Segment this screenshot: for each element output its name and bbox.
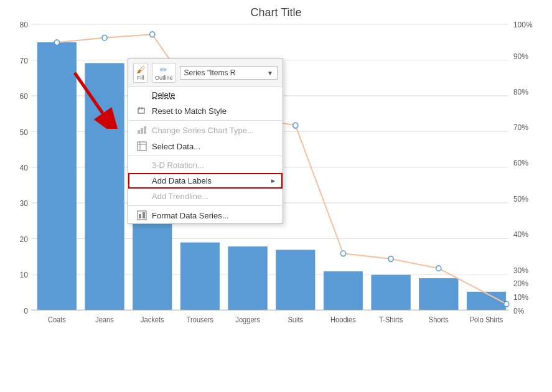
dropdown-arrow-icon: ▼ bbox=[267, 70, 273, 77]
svg-text:Polo Shirts: Polo Shirts bbox=[470, 315, 503, 323]
menu-item-add-data-labels[interactable]: Add Data Labels ► bbox=[128, 173, 283, 189]
svg-text:50%: 50% bbox=[513, 195, 528, 203]
fill-button[interactable]: 🖌 Fill bbox=[133, 63, 148, 83]
svg-text:Shorts: Shorts bbox=[429, 315, 449, 323]
svg-rect-48 bbox=[138, 142, 146, 151]
svg-text:Jeans: Jeans bbox=[95, 315, 114, 323]
pareto-dot-hoodies bbox=[340, 251, 345, 256]
pareto-dot-jeans bbox=[102, 35, 107, 40]
change-series-label: Change Series Chart Type... bbox=[152, 126, 254, 135]
pareto-dot-coats bbox=[54, 40, 59, 45]
svg-text:10%: 10% bbox=[513, 293, 528, 302]
svg-text:40%: 40% bbox=[513, 230, 528, 239]
svg-text:30: 30 bbox=[19, 199, 27, 208]
chart-container: Chart Title bbox=[0, 0, 552, 392]
pareto-dot-suits bbox=[293, 123, 298, 128]
bar-coats[interactable] bbox=[37, 42, 77, 310]
bar-tshirts[interactable] bbox=[372, 275, 411, 310]
separator-3 bbox=[128, 205, 283, 206]
outline-button[interactable]: ✏ Outline bbox=[152, 63, 176, 83]
svg-text:0%: 0% bbox=[513, 306, 524, 315]
svg-text:70: 70 bbox=[19, 56, 27, 65]
context-menu: 🖌 Fill ✏ Outline Series "Items R ▼ Delet… bbox=[128, 58, 283, 224]
bar-jeans[interactable] bbox=[85, 63, 124, 310]
menu-item-reset[interactable]: Reset to Match Style bbox=[128, 103, 283, 119]
add-data-labels-label: Add Data Labels bbox=[152, 176, 212, 185]
chart-area: 80 70 60 50 40 30 20 10 0 100% 90% 80% 7… bbox=[31, 24, 521, 348]
svg-text:Joggers: Joggers bbox=[235, 315, 260, 323]
add-trendline-label: Add Trendline... bbox=[152, 192, 208, 201]
svg-text:80: 80 bbox=[19, 21, 27, 29]
svg-text:20: 20 bbox=[19, 235, 27, 244]
menu-item-add-trendline[interactable]: Add Trendline... bbox=[128, 189, 283, 204]
outline-icon: ✏ bbox=[160, 65, 167, 75]
rotation-label: 3-D Rotation... bbox=[152, 161, 204, 170]
svg-text:Trousers: Trousers bbox=[187, 315, 214, 323]
svg-text:40: 40 bbox=[19, 164, 27, 172]
menu-item-change-series[interactable]: Change Series Chart Type... bbox=[128, 122, 283, 138]
pareto-dot-tshirts bbox=[388, 256, 393, 262]
svg-text:20%: 20% bbox=[513, 279, 528, 288]
svg-text:T-Shirts: T-Shirts bbox=[379, 315, 403, 323]
menu-item-select-data[interactable]: Select Data... bbox=[128, 138, 283, 154]
svg-rect-47 bbox=[144, 126, 146, 134]
svg-text:60%: 60% bbox=[513, 159, 528, 167]
toolbar-row: 🖌 Fill ✏ Outline Series "Items R ▼ bbox=[128, 59, 283, 87]
svg-text:30%: 30% bbox=[513, 266, 528, 274]
format-data-series-icon bbox=[136, 210, 148, 220]
bar-hoodies[interactable] bbox=[324, 272, 363, 310]
submenu-arrow-icon: ► bbox=[270, 177, 276, 184]
chart-title: Chart Title bbox=[31, 6, 521, 19]
reset-label: Reset to Match Style bbox=[152, 106, 227, 116]
select-data-label: Select Data... bbox=[152, 142, 200, 151]
fill-label: Fill bbox=[137, 75, 144, 81]
delete-label: Delete bbox=[152, 90, 175, 100]
pareto-dot-shorts bbox=[436, 266, 441, 271]
fill-icon: 🖌 bbox=[136, 65, 145, 75]
svg-text:50: 50 bbox=[19, 128, 27, 136]
svg-text:90%: 90% bbox=[513, 52, 528, 61]
pareto-dot-polo bbox=[504, 301, 509, 307]
svg-text:Suits: Suits bbox=[288, 315, 303, 323]
svg-rect-46 bbox=[141, 128, 143, 134]
svg-text:10: 10 bbox=[19, 271, 27, 279]
pareto-dot-jackets bbox=[150, 32, 155, 37]
bar-trousers[interactable] bbox=[180, 243, 220, 310]
separator-2 bbox=[128, 156, 283, 156]
svg-text:0: 0 bbox=[24, 306, 28, 315]
separator-1 bbox=[128, 120, 283, 121]
svg-text:60: 60 bbox=[19, 92, 27, 101]
bar-suits[interactable] bbox=[276, 250, 316, 310]
svg-text:70%: 70% bbox=[513, 123, 528, 132]
series-dropdown-label: Series "Items R bbox=[184, 68, 236, 77]
reset-icon bbox=[136, 106, 148, 116]
svg-rect-45 bbox=[138, 130, 140, 134]
menu-item-rotation[interactable]: 3-D Rotation... bbox=[128, 157, 283, 173]
outline-label: Outline bbox=[155, 75, 173, 81]
change-series-icon bbox=[136, 125, 148, 135]
svg-rect-52 bbox=[139, 214, 141, 218]
svg-text:100%: 100% bbox=[513, 21, 533, 29]
format-data-series-label: Format Data Series... bbox=[152, 211, 229, 220]
bar-shorts[interactable] bbox=[419, 278, 459, 310]
svg-text:Jackets: Jackets bbox=[141, 315, 164, 323]
menu-item-delete[interactable]: Delete bbox=[128, 87, 283, 103]
series-dropdown[interactable]: Series "Items R ▼ bbox=[180, 66, 278, 80]
svg-text:Hoodies: Hoodies bbox=[330, 315, 356, 323]
svg-text:80%: 80% bbox=[513, 87, 528, 96]
svg-text:Coats: Coats bbox=[48, 315, 66, 323]
svg-rect-53 bbox=[143, 212, 145, 218]
select-data-icon bbox=[136, 141, 148, 151]
bar-joggers[interactable] bbox=[228, 247, 268, 310]
menu-item-format-data-series[interactable]: Format Data Series... bbox=[128, 207, 283, 223]
